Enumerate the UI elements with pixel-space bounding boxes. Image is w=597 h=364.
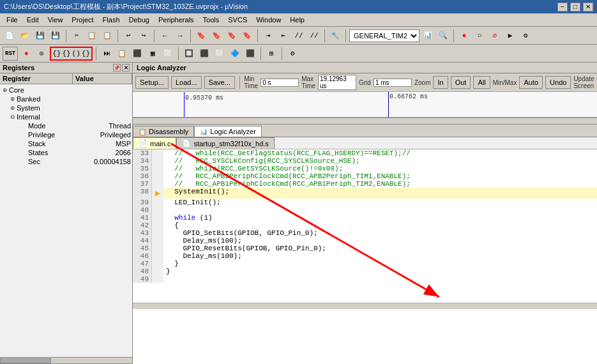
reg-internal[interactable]: ⊖ Internal — [1, 112, 131, 121]
brace-3[interactable]: () — [72, 50, 80, 57]
logic-toolbar: Setup... Load... Save... Min Time 0 s Ma… — [133, 73, 597, 92]
setup-button[interactable]: Setup... — [135, 76, 169, 89]
menu-file[interactable]: File — [3, 15, 22, 25]
banked-label: Banked — [17, 95, 40, 103]
bookmark-next-button[interactable]: 🔖 — [225, 29, 239, 43]
menu-debug[interactable]: Debug — [125, 15, 153, 25]
reg-banked[interactable]: ⊕ Banked — [1, 95, 131, 103]
debug-circle1[interactable]: ○ — [472, 29, 487, 43]
zoom-all-button[interactable]: All — [473, 76, 490, 89]
minimize-button[interactable]: − — [557, 3, 568, 11]
line-content-33: // while(RCC_GetFlagStatus(RCC_FLAG_HSER… — [163, 149, 597, 157]
auto-button[interactable]: Auto — [519, 76, 543, 89]
search-button[interactable]: 🔍 — [436, 29, 450, 43]
debug-run-button[interactable]: ▶ — [503, 29, 517, 43]
internal-expand-icon: ⊖ — [10, 114, 15, 120]
bp-manager[interactable]: ⬛ — [243, 47, 257, 61]
left-panel-scrollbar[interactable] — [0, 357, 132, 363]
redo-button[interactable]: ↪ — [137, 29, 151, 43]
logic-horizontal-scrollbar[interactable] — [133, 118, 597, 124]
brace-1[interactable]: {} — [52, 50, 61, 57]
copy-button[interactable]: 📋 — [85, 29, 99, 43]
menu-window[interactable]: Window — [252, 15, 285, 25]
new-file-button[interactable]: 📄 — [3, 29, 17, 43]
separator-t2-2 — [178, 47, 179, 60]
line-marker-40 — [152, 206, 163, 214]
maximize-button[interactable]: □ — [570, 3, 580, 11]
panel-close-icon[interactable]: ✕ — [122, 64, 130, 72]
menu-edit[interactable]: Edit — [23, 15, 43, 25]
menu-project[interactable]: Project — [68, 15, 97, 25]
step-over-button[interactable]: 📋 — [115, 47, 129, 61]
breakpoint-button[interactable]: ⬛ — [197, 47, 211, 61]
stop-button[interactable]: ⊙ — [34, 47, 49, 61]
panel-pin-icon[interactable]: 📌 — [113, 64, 121, 72]
zoom-in-button[interactable]: In — [433, 76, 448, 89]
debug-stop-button[interactable]: ⊘ — [488, 29, 502, 43]
bookmark-clear-button[interactable]: 🔖 — [240, 29, 254, 43]
step-into-button[interactable]: ⬛ — [130, 47, 144, 61]
line-content-42: { — [163, 222, 597, 229]
code-horizontal-scrollbar[interactable] — [133, 303, 597, 309]
zoom-out-button[interactable]: Out — [451, 76, 471, 89]
undo-button[interactable]: ↩ — [121, 29, 135, 43]
menu-flash[interactable]: Flash — [99, 15, 124, 25]
target-combo[interactable]: GENERAL_TIM2 — [349, 29, 419, 42]
unindent-button[interactable]: ⇤ — [276, 29, 291, 43]
bookmark-button[interactable]: 🔖 — [194, 29, 208, 43]
startup-tab[interactable]: 📄 startup_stm32f10x_hd.s — [176, 137, 274, 149]
save-button-la[interactable]: Save... — [204, 76, 235, 89]
line-num-46: 46 — [133, 252, 152, 260]
comment-button[interactable]: // — [292, 29, 306, 43]
run-to-cursor[interactable]: ⬜ — [161, 47, 175, 61]
reg-system[interactable]: ⊕ System — [1, 103, 131, 112]
undo-button-la[interactable]: Undo — [545, 76, 571, 89]
debug-start-button[interactable]: ● — [457, 29, 471, 43]
cursor-value-right: 0.66762 ms — [389, 93, 428, 100]
separator-8 — [453, 29, 454, 42]
bookmark-prev-button[interactable]: 🔖 — [209, 29, 223, 43]
cut-button[interactable]: ✂ — [70, 29, 84, 43]
menu-svcs[interactable]: SVCS — [224, 15, 251, 25]
panel-title-icons: 📌 ✕ — [113, 64, 130, 72]
nav-fwd-button[interactable]: → — [173, 29, 187, 43]
watch-button[interactable]: ⊞ — [264, 47, 278, 61]
target-options-button[interactable]: 🔧 — [328, 29, 342, 43]
run-button[interactable]: ● — [19, 47, 33, 61]
save-button[interactable]: 💾 — [33, 29, 47, 43]
rst-button[interactable]: RST — [3, 47, 18, 61]
menu-help[interactable]: Help — [286, 15, 308, 25]
debug-extra[interactable]: ⚙ — [518, 29, 533, 43]
brace-4[interactable]: {} — [82, 50, 90, 57]
menu-tools[interactable]: Tools — [199, 15, 223, 25]
uncomment-button[interactable]: // — [307, 29, 321, 43]
settings-button[interactable]: ⚙ — [285, 47, 299, 61]
scroll-thumb[interactable] — [0, 358, 51, 363]
brace-2[interactable]: {} — [62, 50, 70, 57]
logic-analyzer-tab[interactable]: 📊 Logic Analyzer — [194, 126, 262, 137]
save-all-button[interactable]: 💾 — [49, 29, 63, 43]
manage-button[interactable]: 📊 — [421, 29, 435, 43]
code-scroll-area[interactable]: 33 // while(RCC_GetFlagStatus(RCC_FLAG_H… — [133, 149, 597, 303]
menu-peripherals[interactable]: Peripherals — [155, 15, 198, 25]
load-button[interactable]: Load... — [171, 76, 202, 89]
step-out-button[interactable]: ▦ — [146, 47, 160, 61]
menu-view[interactable]: View — [44, 15, 67, 25]
paste-button[interactable]: 📋 — [100, 29, 114, 43]
enable-disable-bp[interactable]: ⬜ — [213, 47, 227, 61]
main-c-tab[interactable]: 📄 main.c — [133, 137, 176, 149]
cursor-pos: 0.95370 — [185, 95, 212, 102]
show-next-button[interactable]: 🔲 — [182, 47, 196, 61]
reg-sec: Sec 0.00004158 — [1, 157, 131, 166]
close-button[interactable]: ✕ — [583, 3, 593, 11]
line-marker-34 — [152, 157, 163, 165]
step-button[interactable]: ⏭ — [100, 47, 114, 61]
disassembly-tab[interactable]: 📋 Disassembly — [133, 126, 194, 137]
open-button[interactable]: 📂 — [18, 29, 32, 43]
code-line-45: 45 GPIO_ResetBits(GPIOB, GPIO_Pin_0); — [133, 245, 597, 252]
reg-core[interactable]: ⊕ Core — [1, 86, 131, 95]
clear-bp-button[interactable]: 🔷 — [228, 47, 242, 61]
indent-button[interactable]: ⇥ — [261, 29, 275, 43]
nav-back-button[interactable]: ← — [158, 29, 172, 43]
logic-wave-area: 0.95370 ms 0.66762 ms 0.812806 ms, d: — [133, 92, 597, 118]
